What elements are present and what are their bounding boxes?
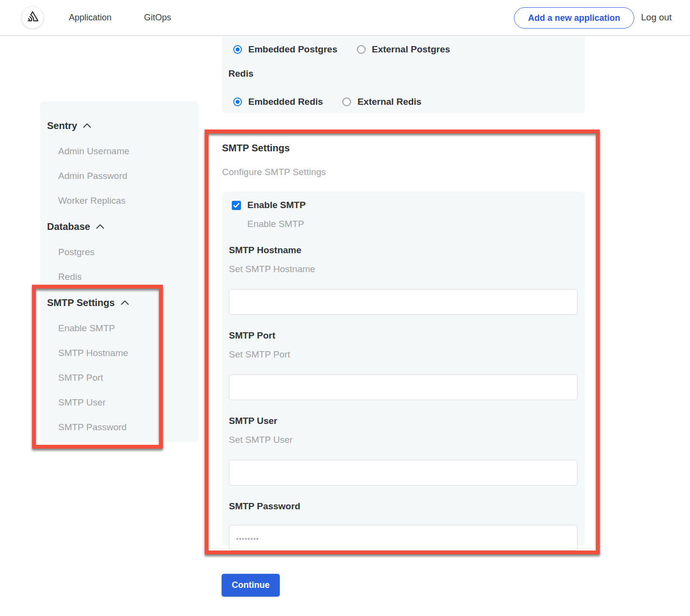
enable-smtp-help: Enable SMTP [247, 219, 578, 229]
nav-link-gitops[interactable]: GitOps [144, 13, 171, 23]
sentry-logo-icon [26, 10, 39, 25]
sidebar-group-smtp-settings[interactable]: SMTP Settings [47, 297, 199, 308]
smtp-hostname-input[interactable] [229, 289, 578, 315]
sidebar-item-smtp-password[interactable]: SMTP Password [58, 422, 199, 432]
external-postgres-label[interactable]: External Postgres [372, 44, 450, 55]
sidebar-group-database-label: Database [47, 221, 90, 232]
external-redis-radio[interactable] [342, 97, 351, 106]
smtp-hostname-help: Set SMTP Hostname [229, 264, 578, 275]
sidebar-item-enable-smtp[interactable]: Enable SMTP [58, 324, 199, 333]
sidebar-item-smtp-hostname[interactable]: SMTP Hostname [58, 348, 199, 358]
page: Application GitOps Add a new application… [0, 0, 690, 616]
redis-radio-group: Embedded Redis External Redis [233, 97, 585, 107]
postgres-radio-group: Embedded Postgres External Postgres [233, 44, 585, 55]
app-logo[interactable] [21, 6, 44, 29]
smtp-form-panel: Enable SMTP Enable SMTP SMTP Hostname Se… [222, 192, 585, 545]
embedded-postgres-radio[interactable] [233, 45, 242, 54]
sidebar-group-database[interactable]: Database [47, 221, 199, 232]
config-sidebar: Sentry Admin Username Admin Password Wor… [40, 101, 199, 442]
database-config-panel: Embedded Postgres External Postgres Redi… [222, 36, 585, 113]
sidebar-group-sentry-label: Sentry [47, 120, 77, 131]
smtp-user-field: SMTP User Set SMTP User [229, 416, 578, 486]
smtp-password-field: SMTP Password [229, 501, 578, 551]
embedded-redis-label[interactable]: Embedded Redis [248, 97, 323, 107]
external-redis-label[interactable]: External Redis [357, 97, 421, 107]
chevron-up-icon [121, 300, 129, 305]
smtp-section-subtitle: Configure SMTP Settings [222, 167, 326, 178]
sidebar-item-smtp-port[interactable]: SMTP Port [58, 373, 199, 383]
smtp-user-help: Set SMTP User [229, 435, 578, 445]
enable-smtp-checkbox[interactable] [232, 201, 241, 210]
smtp-section-title: SMTP Settings [222, 143, 290, 154]
external-postgres-radio[interactable] [357, 45, 366, 54]
nav-link-application[interactable]: Application [69, 13, 112, 23]
sidebar-item-admin-username[interactable]: Admin Username [58, 146, 199, 156]
checkmark-icon [233, 203, 240, 208]
embedded-redis-radio[interactable] [233, 97, 242, 106]
add-new-application-button[interactable]: Add a new application [514, 7, 634, 29]
enable-smtp-label[interactable]: Enable SMTP [247, 200, 305, 211]
chevron-up-icon [96, 224, 104, 229]
enable-smtp-row: Enable SMTP [232, 200, 578, 211]
smtp-port-input[interactable] [229, 374, 578, 400]
sidebar-item-redis[interactable]: Redis [58, 272, 199, 282]
redis-group-heading: Redis [228, 68, 585, 79]
embedded-postgres-label[interactable]: Embedded Postgres [248, 44, 337, 55]
smtp-port-label: SMTP Port [229, 330, 578, 341]
logout-link[interactable]: Log out [641, 12, 672, 23]
sidebar-item-worker-replicas[interactable]: Worker Replicas [58, 196, 199, 206]
smtp-hostname-label: SMTP Hostname [229, 245, 578, 256]
sidebar-group-sentry[interactable]: Sentry [47, 120, 199, 131]
smtp-user-label: SMTP User [229, 416, 578, 426]
smtp-port-help: Set SMTP Port [229, 349, 578, 360]
chevron-up-icon [83, 123, 91, 128]
sidebar-group-smtp-label: SMTP Settings [47, 297, 115, 308]
sidebar-item-smtp-user[interactable]: SMTP User [58, 398, 199, 407]
smtp-user-input[interactable] [229, 460, 578, 486]
sidebar-item-admin-password[interactable]: Admin Password [58, 171, 199, 181]
sidebar-item-postgres[interactable]: Postgres [58, 247, 199, 257]
smtp-password-input[interactable] [229, 525, 578, 551]
continue-button[interactable]: Continue [222, 574, 280, 597]
smtp-port-field: SMTP Port Set SMTP Port [229, 330, 578, 400]
top-navbar: Application GitOps Add a new application… [0, 0, 690, 36]
smtp-hostname-field: SMTP Hostname Set SMTP Hostname [229, 245, 578, 315]
smtp-password-label: SMTP Password [229, 501, 578, 512]
